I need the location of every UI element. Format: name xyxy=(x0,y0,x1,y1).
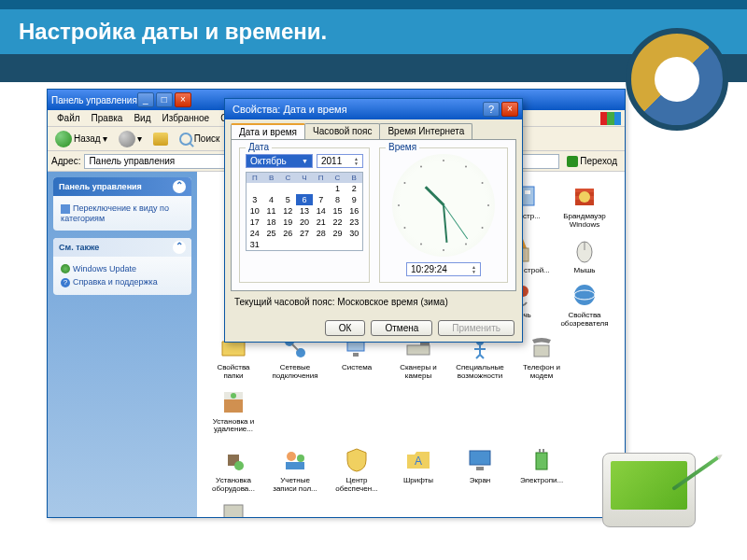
calendar-day xyxy=(279,239,296,250)
tab-internet-time[interactable]: Время Интернета xyxy=(379,123,472,139)
svg-point-26 xyxy=(234,461,244,470)
menu-file[interactable]: Файл xyxy=(51,113,86,123)
calendar-day[interactable]: 25 xyxy=(263,228,280,239)
cp-icon-label: Сетевые подключения xyxy=(268,364,322,381)
tab-datetime[interactable]: Дата и время xyxy=(231,123,305,139)
clock-tick xyxy=(420,244,422,245)
calendar-day[interactable]: 17 xyxy=(247,217,263,228)
year-value: 2011 xyxy=(321,156,342,166)
switch-category-link[interactable]: Переключение к виду по категориям xyxy=(61,202,184,225)
control-panel-item[interactable]: Экран xyxy=(453,445,507,494)
calendar-day[interactable]: 23 xyxy=(345,217,362,228)
cp-icon-label: Свойства обозревателя xyxy=(557,312,612,329)
menu-edit[interactable]: Правка xyxy=(86,113,129,123)
calendar-day[interactable]: 29 xyxy=(330,228,346,239)
control-panel-item[interactable]: Брандмауэр Windows xyxy=(557,181,612,230)
calendar-day[interactable]: 8 xyxy=(330,194,346,205)
calendar-day[interactable]: 30 xyxy=(345,228,362,239)
apply-button[interactable]: Применить xyxy=(438,320,514,336)
svg-rect-34 xyxy=(539,449,541,453)
cp-icon-glyph xyxy=(465,445,495,475)
calendar-day[interactable]: 6 xyxy=(296,194,313,205)
calendar-day[interactable]: 20 xyxy=(296,217,313,228)
calendar-day xyxy=(313,239,330,250)
control-panel-item[interactable]: Установка оборудова... xyxy=(206,445,261,494)
forward-button[interactable]: ▾ xyxy=(115,129,146,149)
weekday-label: Ч xyxy=(296,173,313,183)
search-icon xyxy=(179,133,192,146)
calendar-day[interactable]: 21 xyxy=(313,217,330,228)
svg-point-28 xyxy=(297,455,304,462)
calendar-day[interactable]: 4 xyxy=(263,194,280,205)
calendar-day[interactable]: 16 xyxy=(345,205,362,217)
calendar-day[interactable]: 3 xyxy=(247,194,263,205)
close-button[interactable]: × xyxy=(175,92,191,107)
go-button[interactable]: Переход xyxy=(563,156,621,167)
up-button[interactable] xyxy=(149,131,172,147)
calendar-day xyxy=(296,239,313,250)
cp-icon-glyph xyxy=(280,445,310,475)
control-panel-item[interactable]: Мышь xyxy=(557,235,612,275)
clock-tick xyxy=(403,182,405,184)
time-spinner[interactable]: 10:29:24▲▼ xyxy=(406,262,481,276)
control-panel-item[interactable]: ре xyxy=(206,499,261,517)
calendar-day[interactable]: 2 xyxy=(345,183,362,194)
calendar-day[interactable]: 19 xyxy=(279,217,296,228)
calendar-day[interactable]: 9 xyxy=(345,194,362,205)
sidebar-panel-main-header[interactable]: Панель управления ⌃ xyxy=(53,177,191,196)
calendar-day[interactable]: 15 xyxy=(330,205,346,217)
calendar-day[interactable]: 5 xyxy=(279,194,296,205)
calendar-day[interactable]: 11 xyxy=(263,205,280,217)
address-label: Адрес: xyxy=(51,156,80,166)
year-spinner[interactable]: 2011▲▼ xyxy=(317,154,363,168)
calendar-day[interactable]: 26 xyxy=(279,228,296,239)
forward-icon xyxy=(119,131,135,147)
calendar-day[interactable]: 22 xyxy=(330,217,346,228)
cp-icon-glyph: A xyxy=(403,445,433,475)
calendar-day[interactable]: 13 xyxy=(296,205,313,217)
cp-icon-label: Брандмауэр Windows xyxy=(557,213,612,230)
control-panel-item[interactable]: AШрифты xyxy=(391,445,445,494)
collapse-icon[interactable]: ⌃ xyxy=(173,180,186,193)
control-panel-item[interactable]: Электропи... xyxy=(514,445,569,494)
control-panel-item[interactable]: Центр обеспечен... xyxy=(330,445,384,494)
cp-icon-glyph xyxy=(342,445,372,475)
sidebar-panel1-title: Панель управления xyxy=(59,182,142,191)
calendar-day[interactable]: 24 xyxy=(247,228,263,239)
calendar-day[interactable]: 14 xyxy=(313,205,330,217)
calendar-day[interactable]: 18 xyxy=(263,217,280,228)
spin-arrows-icon: ▲▼ xyxy=(354,157,359,166)
control-panel-item[interactable]: Установка и удаление... xyxy=(206,386,261,435)
dialog-close-button[interactable]: × xyxy=(501,102,518,117)
control-panel-item[interactable]: Учетные записи пол... xyxy=(268,445,322,494)
ok-button[interactable]: ОК xyxy=(325,320,366,336)
month-dropdown[interactable]: Октябрь▼ xyxy=(246,154,313,168)
calendar-day[interactable]: 10 xyxy=(247,205,263,217)
calendar-day[interactable]: 12 xyxy=(279,205,296,217)
menu-favorites[interactable]: Избранное xyxy=(156,113,215,123)
help-link[interactable]: ?Справка и поддержка xyxy=(61,275,184,289)
cancel-button[interactable]: Отмена xyxy=(371,320,432,336)
cp-icon-label: Свойства папки xyxy=(206,364,261,381)
decor-circle xyxy=(626,28,728,131)
calendar-day[interactable]: 31 xyxy=(247,239,263,250)
tab-timezone[interactable]: Часовой пояс xyxy=(304,123,380,139)
windows-update-link[interactable]: Windows Update xyxy=(61,262,184,276)
calendar-day[interactable]: 28 xyxy=(313,228,330,239)
search-button[interactable]: Поиск xyxy=(176,131,224,147)
help-button[interactable]: ? xyxy=(483,102,500,117)
svg-rect-21 xyxy=(534,345,549,357)
maximize-button[interactable]: □ xyxy=(156,92,173,107)
back-button[interactable]: Назад ▾ xyxy=(51,129,111,149)
calendar-day[interactable]: 7 xyxy=(313,194,330,205)
calendar-day[interactable]: 27 xyxy=(296,228,313,239)
minimize-button[interactable]: _ xyxy=(137,92,154,107)
month-value: Октябрь xyxy=(250,156,287,166)
collapse-icon[interactable]: ⌃ xyxy=(173,241,186,254)
control-panel-item[interactable]: Свойства обозревателя xyxy=(557,280,612,329)
menu-view[interactable]: Вид xyxy=(128,113,156,123)
dialog-buttons: ОК Отмена Применить xyxy=(225,315,522,342)
explorer-title-text: Панель управления xyxy=(51,95,137,105)
sidebar-panel-seealso-header[interactable]: См. также ⌃ xyxy=(53,238,191,257)
calendar-day[interactable]: 1 xyxy=(330,183,346,194)
